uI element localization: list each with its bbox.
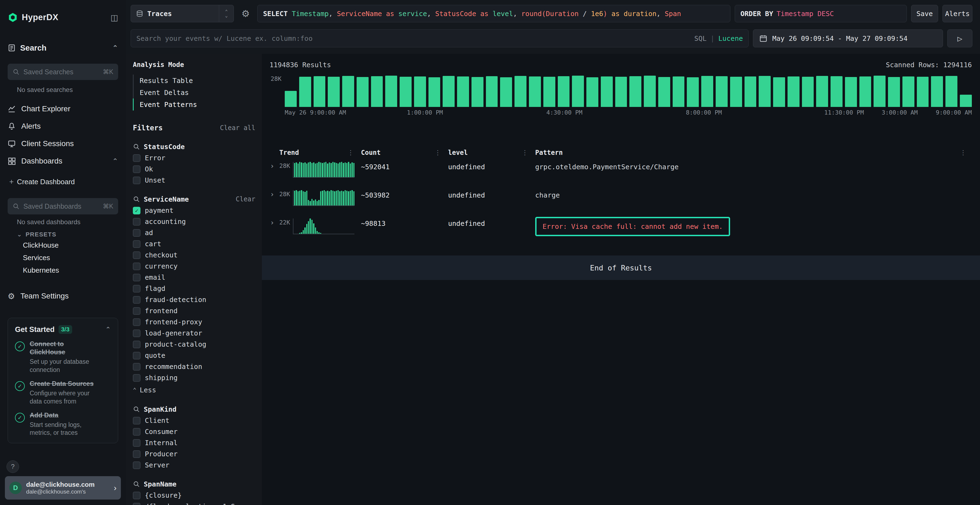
histogram-bar[interactable]	[816, 76, 828, 107]
checkbox[interactable]	[133, 229, 140, 237]
histogram-bar[interactable]	[644, 76, 656, 107]
filter-option-product-catalog[interactable]: product-catalog	[133, 339, 255, 350]
checkbox-checked[interactable]: ✓	[133, 207, 140, 214]
histogram-bar[interactable]	[658, 77, 670, 107]
user-menu[interactable]: D dale@clickhouse.com dale@clickhouse.co…	[5, 476, 121, 500]
histogram-bar[interactable]	[859, 76, 871, 107]
source-settings-gear-icon[interactable]: ⚙	[242, 8, 250, 19]
get-started-item[interactable]: ✓ Add Data Start sending logs, metrics, …	[15, 411, 111, 437]
filter-option-ad[interactable]: ad	[133, 227, 255, 238]
histogram-bar[interactable]	[500, 77, 512, 107]
chevron-up-icon[interactable]: ⌃	[105, 326, 111, 333]
checkbox[interactable]	[133, 240, 140, 248]
tab-event-patterns[interactable]: Event Patterns	[133, 98, 255, 110]
histogram-bar[interactable]	[845, 77, 857, 107]
histogram-bar[interactable]	[917, 77, 929, 107]
histogram-bar[interactable]	[442, 76, 455, 107]
show-less-button[interactable]: ⌃Less	[133, 384, 255, 396]
histogram-bar[interactable]	[888, 77, 900, 107]
filter-option-email[interactable]: email	[133, 272, 255, 283]
checkbox[interactable]	[133, 503, 140, 505]
filter-option-/flagd.evaluation.v1.Se…[interactable]: /flagd.evaluation.v1.Se…	[133, 501, 255, 505]
filter-option-currency[interactable]: currency	[133, 260, 255, 272]
histogram-bar[interactable]	[945, 76, 958, 107]
histogram-bar[interactable]	[745, 76, 757, 107]
filter-option-frontend-proxy[interactable]: frontend-proxy	[133, 316, 255, 327]
sidebar-item-dashboards[interactable]: Dashboards ⌃	[8, 152, 118, 170]
filter-option-Producer[interactable]: Producer	[133, 448, 255, 460]
checkbox[interactable]	[133, 285, 140, 292]
checkbox[interactable]	[133, 492, 140, 499]
clear-all-filters-button[interactable]: Clear all	[220, 124, 255, 132]
checkbox[interactable]	[133, 274, 140, 281]
histogram-bar[interactable]	[543, 77, 555, 107]
language-toggle-sql[interactable]: SQL	[694, 35, 706, 43]
histogram-bar[interactable]	[601, 76, 613, 107]
histogram-bar[interactable]	[342, 76, 354, 107]
expand-row-icon[interactable]: ›	[269, 162, 279, 170]
histogram-bar[interactable]	[514, 76, 527, 107]
histogram-bar[interactable]	[486, 76, 498, 107]
filter-clear-button[interactable]: Clear	[236, 195, 255, 203]
histogram-bar[interactable]	[428, 77, 441, 107]
filter-option-shipping[interactable]: shipping	[133, 372, 255, 383]
histogram-bar[interactable]	[313, 76, 326, 107]
histogram-bar[interactable]	[773, 77, 785, 107]
histogram-bar[interactable]	[529, 76, 541, 107]
histogram-bar[interactable]	[457, 76, 469, 107]
filter-option-Internal[interactable]: Internal	[133, 437, 255, 448]
sidebar-item-alerts[interactable]: Alerts	[8, 118, 118, 135]
checkbox[interactable]	[133, 450, 140, 458]
th-trend[interactable]: Trend ⋮	[279, 149, 361, 156]
histogram-bar[interactable]	[299, 77, 311, 107]
histogram-bar[interactable]	[701, 76, 713, 107]
sidebar-collapse-icon[interactable]: ◫	[111, 13, 118, 22]
expand-row-icon[interactable]: ›	[269, 190, 279, 199]
chevron-up-icon[interactable]: ⌃	[112, 44, 118, 52]
histogram-bar[interactable]	[285, 91, 297, 107]
filter-option-recommendation[interactable]: recommendation	[133, 361, 255, 372]
run-query-button[interactable]: ▷	[947, 29, 972, 48]
get-started-item[interactable]: ✓ Create Data Sources Configure where yo…	[15, 380, 111, 406]
histogram-bar[interactable]	[558, 76, 570, 107]
pattern-row[interactable]: ›22K~98813undefinedError: Visa cache ful…	[269, 215, 972, 243]
filter-option-payment[interactable]: ✓payment	[133, 205, 255, 216]
histogram-bar[interactable]	[586, 77, 598, 107]
column-menu-icon[interactable]: ⋮	[522, 149, 535, 156]
saved-dashboards-input[interactable]: Saved Dashboards ⌘K	[8, 198, 118, 214]
save-button[interactable]: Save	[911, 5, 938, 22]
filter-option-Server[interactable]: Server	[133, 460, 255, 471]
histogram-bar[interactable]	[471, 77, 484, 107]
language-toggle-lucene[interactable]: Lucene	[718, 35, 743, 43]
filter-option-load-generator[interactable]: load-generator	[133, 327, 255, 339]
histogram-bar[interactable]	[328, 77, 340, 107]
checkbox[interactable]	[133, 262, 140, 270]
checkbox[interactable]	[133, 329, 140, 337]
checkbox[interactable]	[133, 296, 140, 304]
tab-results-table[interactable]: Results Table	[133, 75, 255, 87]
source-select[interactable]: Traces ⌃⌄	[130, 5, 234, 22]
filter-option-quote[interactable]: quote	[133, 350, 255, 361]
histogram-bar[interactable]	[902, 76, 915, 107]
histogram-bar[interactable]	[371, 76, 383, 107]
checkbox[interactable]	[133, 251, 140, 259]
checkbox[interactable]	[133, 428, 140, 436]
th-level[interactable]: level ⋮	[448, 149, 535, 156]
histogram-bar[interactable]	[687, 77, 699, 107]
histogram-bar[interactable]	[572, 76, 584, 107]
histogram-bar[interactable]	[802, 77, 814, 107]
histogram-bar[interactable]	[873, 76, 886, 107]
create-dashboard-button[interactable]: + Create Dashboard	[9, 175, 118, 188]
select-chevrons-icon[interactable]: ⌃⌄	[219, 5, 234, 22]
sidebar-item-chart-explorer[interactable]: Chart Explorer	[8, 100, 118, 118]
get-started-item[interactable]: ✓ Connect to ClickHouse Set up your data…	[15, 340, 111, 374]
sidebar-item-client-sessions[interactable]: Client Sessions	[8, 135, 118, 152]
checkbox[interactable]	[133, 374, 140, 382]
event-search-input[interactable]: Search your events w/ Lucene ex. column:…	[130, 29, 749, 48]
filter-option-{closure}[interactable]: {closure}	[133, 490, 255, 501]
checkbox[interactable]	[133, 363, 140, 371]
histogram-bar[interactable]	[730, 77, 742, 107]
checkbox[interactable]	[133, 218, 140, 226]
histogram-bar[interactable]	[788, 76, 800, 107]
filter-option-accounting[interactable]: accounting	[133, 216, 255, 227]
